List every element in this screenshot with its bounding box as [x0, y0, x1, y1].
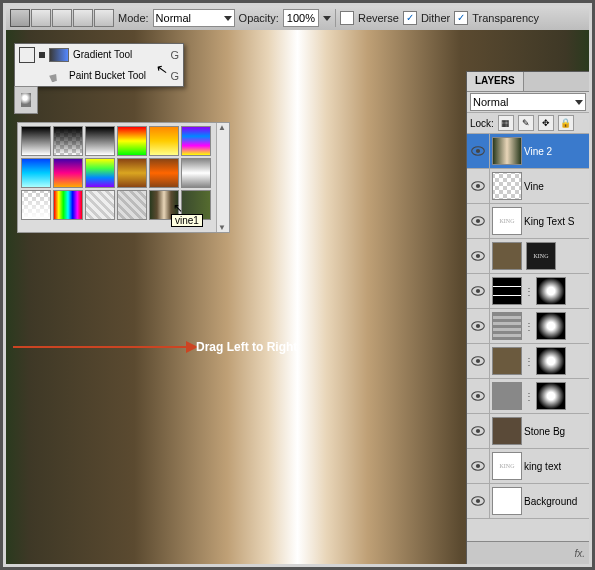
layer-row[interactable]: KINGking text [467, 449, 589, 484]
layer-name[interactable]: Stone Bg [524, 426, 565, 437]
gradient-swatch[interactable] [21, 158, 51, 188]
layer-thumbnail[interactable] [492, 137, 522, 165]
reverse-checkbox[interactable] [340, 11, 354, 25]
layer-row[interactable]: Vine [467, 169, 589, 204]
layer-thumbnail[interactable] [492, 417, 522, 445]
link-icon[interactable]: ⋮ [524, 321, 534, 332]
cursor-icon: ↖ [173, 201, 183, 215]
gradient-swatch[interactable] [149, 158, 179, 188]
layer-blend-value: Normal [473, 96, 508, 108]
lock-position-icon[interactable]: ✥ [538, 115, 554, 131]
gradient-swatch[interactable] [53, 190, 83, 220]
layer-mask-thumbnail[interactable] [536, 347, 566, 375]
layer-list: Vine 2VineKINGKing Text SKING⋮⋮⋮⋮Stone B… [467, 134, 589, 541]
link-icon[interactable]: ⋮ [524, 391, 534, 402]
layer-row[interactable]: Background [467, 484, 589, 519]
radial-gradient-button[interactable] [31, 9, 51, 27]
layer-mask-thumbnail[interactable] [536, 382, 566, 410]
layer-thumbnail[interactable] [492, 277, 522, 305]
tool-shortcut: G [170, 70, 179, 82]
visibility-toggle[interactable] [467, 414, 490, 448]
tool-preview-box [19, 47, 35, 63]
layer-mask-thumbnail[interactable] [536, 312, 566, 340]
gradient-swatch[interactable] [85, 126, 115, 156]
layer-mask-thumbnail[interactable] [536, 277, 566, 305]
chevron-down-icon [575, 100, 583, 105]
layer-row[interactable]: KINGKing Text S [467, 204, 589, 239]
opacity-flyout-icon[interactable] [323, 16, 331, 21]
fx-button[interactable]: fx. [574, 548, 585, 559]
layer-row[interactable]: ⋮ [467, 309, 589, 344]
reflected-gradient-button[interactable] [73, 9, 93, 27]
visibility-toggle[interactable] [467, 309, 490, 343]
opacity-input[interactable] [283, 9, 319, 27]
layer-lock-row: Lock: ▦ ✎ ✥ 🔒 [467, 113, 589, 134]
dither-checkbox[interactable] [403, 11, 417, 25]
layer-thumbnail[interactable] [492, 172, 522, 200]
gradient-swatch[interactable] [21, 126, 51, 156]
gradient-swatch[interactable] [181, 158, 211, 188]
layers-panel: LAYERS Normal Lock: ▦ ✎ ✥ 🔒 Vine 2VineKI… [466, 71, 589, 564]
gradient-swatch[interactable] [117, 190, 147, 220]
gradient-swatch[interactable] [117, 126, 147, 156]
diamond-gradient-button[interactable] [94, 9, 114, 27]
layer-thumbnail[interactable] [492, 312, 522, 340]
layer-row[interactable]: ⋮ [467, 379, 589, 414]
layer-name[interactable]: King Text S [524, 216, 574, 227]
annotation-text: Drag Left to Right [196, 340, 297, 354]
visibility-toggle[interactable] [467, 344, 490, 378]
layer-row[interactable]: ⋮ [467, 344, 589, 379]
layer-thumbnail[interactable]: KING [492, 207, 522, 235]
layer-name[interactable]: king text [524, 461, 561, 472]
transparency-label: Transparency [472, 12, 539, 24]
visibility-toggle[interactable] [467, 379, 490, 413]
layer-row[interactable]: KING [467, 239, 589, 274]
tool-label: Gradient Tool [73, 49, 132, 60]
layer-name[interactable]: Vine 2 [524, 146, 552, 157]
lock-label: Lock: [470, 118, 494, 129]
opacity-label: Opacity: [239, 12, 279, 24]
link-icon[interactable]: ⋮ [524, 286, 534, 297]
gradient-icon [49, 48, 69, 62]
lock-image-icon[interactable]: ✎ [518, 115, 534, 131]
gradient-swatch[interactable] [53, 158, 83, 188]
layers-tab[interactable]: LAYERS [467, 72, 524, 91]
visibility-toggle[interactable] [467, 134, 490, 168]
visibility-toggle[interactable] [467, 274, 490, 308]
lock-all-icon[interactable]: 🔒 [558, 115, 574, 131]
transparency-checkbox[interactable] [454, 11, 468, 25]
visibility-toggle[interactable] [467, 204, 490, 238]
layer-thumbnail[interactable]: KING [492, 452, 522, 480]
visibility-toggle[interactable] [467, 484, 490, 518]
layer-row[interactable]: Vine 2 [467, 134, 589, 169]
layer-thumbnail[interactable] [492, 487, 522, 515]
gradient-swatch[interactable] [21, 190, 51, 220]
gradient-swatch[interactable] [149, 126, 179, 156]
gradient-swatch[interactable] [53, 126, 83, 156]
layer-row[interactable]: Stone Bg [467, 414, 589, 449]
visibility-toggle[interactable] [467, 449, 490, 483]
svg-point-17 [476, 429, 480, 433]
layer-name[interactable]: Background [524, 496, 577, 507]
blur-tool-slot[interactable] [14, 86, 38, 114]
blend-mode-select[interactable]: Normal [153, 9, 235, 27]
gradient-swatch[interactable] [181, 126, 211, 156]
angle-gradient-button[interactable] [52, 9, 72, 27]
linear-gradient-button[interactable] [10, 9, 30, 27]
layer-row[interactable]: ⋮ [467, 274, 589, 309]
gradient-swatch[interactable] [85, 190, 115, 220]
layer-blend-select[interactable]: Normal [470, 93, 586, 111]
visibility-toggle[interactable] [467, 169, 490, 203]
link-icon[interactable]: ⋮ [524, 356, 534, 367]
layer-thumbnail[interactable] [492, 347, 522, 375]
lock-transparency-icon[interactable]: ▦ [498, 115, 514, 131]
gradient-swatch[interactable] [117, 158, 147, 188]
cursor-icon: ↖ [155, 60, 170, 78]
layer-thumbnail[interactable] [492, 382, 522, 410]
layer-mask-thumbnail[interactable]: KING [526, 242, 556, 270]
layer-thumbnail[interactable] [492, 242, 522, 270]
layer-name[interactable]: Vine [524, 181, 544, 192]
gradient-swatch[interactable] [85, 158, 115, 188]
visibility-toggle[interactable] [467, 239, 490, 273]
picker-scrollbar[interactable] [216, 123, 229, 232]
